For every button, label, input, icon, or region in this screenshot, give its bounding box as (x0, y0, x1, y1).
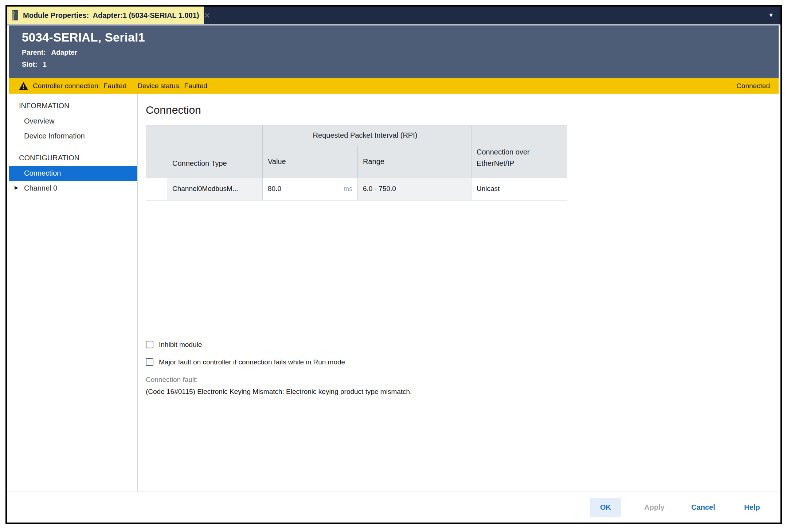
sidebar-section-configuration: CONFIGURATION (9, 150, 137, 166)
column-header-value: Value (263, 145, 358, 178)
sidebar-item-channel-0-label: Channel 0 (24, 184, 57, 192)
warning-icon (19, 82, 28, 90)
parent-label: Parent: (22, 48, 46, 56)
expand-triangle-icon[interactable]: ▶ (15, 185, 18, 190)
sidebar-item-channel-0[interactable]: ▶ Channel 0 (9, 181, 137, 196)
column-header-range: Range (358, 145, 471, 178)
column-header-connection-type: Connection Type (167, 125, 263, 178)
row-selector-header (146, 125, 167, 178)
page-title: 5034-SERIAL, Serial1 (22, 31, 779, 44)
apply-button[interactable]: Apply (639, 498, 670, 517)
sidebar: INFORMATION Overview Device Information … (9, 94, 137, 492)
footer-button-bar: OK Apply Cancel Help (7, 492, 780, 523)
slot-row: Slot:1 (22, 60, 779, 69)
sidebar-item-device-information[interactable]: Device Information (9, 129, 137, 144)
connection-table: Connection Type Requested Packet Interva… (146, 125, 567, 200)
major-fault-checkbox[interactable] (146, 358, 153, 366)
controller-connection-label: Controller connection: (33, 82, 100, 90)
main-panel: Connection Connection Type Requested Pac… (138, 94, 780, 492)
connection-status-badge: Connected (736, 82, 770, 90)
parent-value: Adapter (51, 48, 77, 56)
module-properties-window: Module Properties: Adapter:1 (5034-SERIA… (5, 5, 782, 524)
module-icon (12, 10, 18, 20)
controller-connection-value: Faulted (103, 82, 126, 90)
sidebar-section-information: INFORMATION (9, 98, 137, 114)
sidebar-gap (9, 144, 137, 150)
connection-fault-message: (Code 16#0115) Electronic Keying Mismatc… (146, 388, 780, 396)
chevron-down-icon[interactable]: ▼ (768, 12, 780, 19)
inhibit-module-label: Inhibit module (159, 341, 202, 349)
rpi-value-cell[interactable]: 80.0 ms (263, 178, 358, 200)
device-status-value: Faulted (184, 82, 207, 90)
connection-fault-label: Connection fault: (146, 376, 780, 384)
connection-type-cell: Channel0ModbusM... (167, 178, 263, 200)
inhibit-module-row: Inhibit module (146, 341, 780, 349)
content-area: INFORMATION Overview Device Information … (9, 94, 780, 492)
slot-label: Slot: (22, 60, 37, 68)
tab-module-properties[interactable]: Module Properties: Adapter:1 (5034-SERIA… (7, 7, 204, 24)
ok-button[interactable]: OK (590, 498, 621, 517)
help-button[interactable]: Help (737, 498, 767, 517)
section-title: Connection (146, 104, 780, 116)
table-row: Channel0ModbusM... 80.0 ms 6.0 - 750.0 U… (146, 178, 567, 200)
tab-bar: Module Properties: Adapter:1 (5034-SERIA… (7, 7, 780, 24)
connection-over-ethernetip-cell[interactable]: Unicast (471, 178, 567, 200)
tab-title: Module Properties: Adapter:1 (5034-SERIA… (23, 11, 199, 20)
rpi-unit: ms (344, 185, 352, 193)
checkbox-group: Inhibit module Major fault on controller… (146, 341, 780, 366)
column-header-connection-over-ethernetip: Connection over EtherNet/IP (471, 125, 567, 178)
module-header: 5034-SERIAL, Serial1 Parent:Adapter Slot… (9, 26, 779, 78)
rpi-range-cell: 6.0 - 750.0 (358, 178, 471, 200)
row-selector-cell[interactable] (146, 178, 167, 200)
cancel-button[interactable]: Cancel (688, 498, 719, 517)
device-status-label: Device status: (137, 82, 181, 90)
close-icon[interactable]: ✕ (204, 12, 210, 19)
major-fault-label: Major fault on controller if connection … (159, 358, 345, 366)
column-group-rpi: Requested Packet Interval (RPI) (263, 125, 471, 145)
module-status-led (13, 12, 15, 14)
sidebar-item-overview[interactable]: Overview (9, 114, 137, 129)
sidebar-item-connection[interactable]: Connection (9, 166, 137, 181)
slot-value: 1 (43, 60, 47, 68)
major-fault-row: Major fault on controller if connection … (146, 358, 780, 366)
inhibit-module-checkbox[interactable] (146, 341, 153, 348)
rpi-value[interactable]: 80.0 (268, 185, 281, 193)
parent-row: Parent:Adapter (22, 48, 779, 56)
status-bar: Controller connection: Faulted Device st… (9, 78, 779, 94)
